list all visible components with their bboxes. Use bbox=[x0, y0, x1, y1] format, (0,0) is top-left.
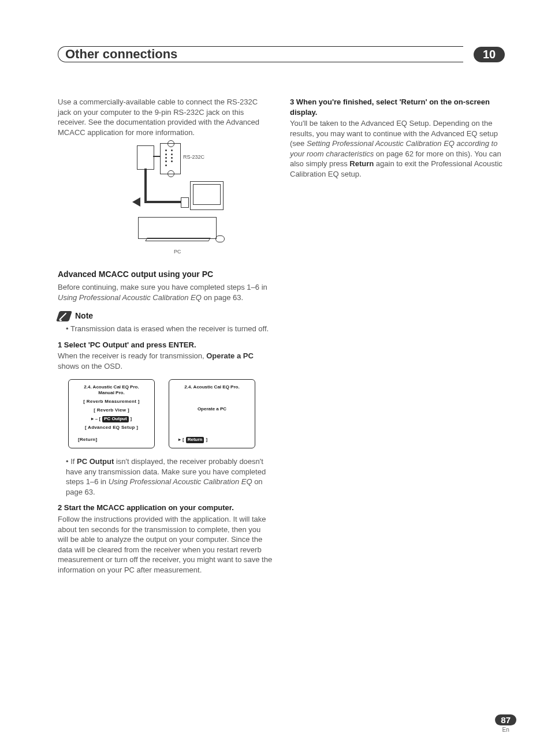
pc-output-note-list: If PC Output isn't displayed, the receiv… bbox=[58, 456, 273, 497]
cable-link-icon bbox=[153, 156, 160, 157]
text: ] bbox=[206, 437, 207, 443]
osd-right: 2.4. Acoustic Cal EQ Pro. Operate a PC ▸… bbox=[169, 379, 255, 448]
left-column: Use a commercially-available cable to co… bbox=[58, 97, 273, 578]
note-bullet: Transmission data is erased when the rec… bbox=[66, 324, 273, 334]
osd-selected-row: ▸ – [ PC Output ] bbox=[91, 416, 132, 422]
text: shows on the OSD. bbox=[58, 362, 122, 370]
pc-keyboard-icon bbox=[145, 238, 210, 241]
step-3-heading: 3 When you're finished, select 'Return' … bbox=[290, 97, 505, 117]
text-italic: Using Professional Acoustic Calibration … bbox=[58, 293, 202, 302]
pc-output-bullet: If PC Output isn't displayed, the receiv… bbox=[66, 456, 273, 497]
step-2-heading: 2 Start the MCACC application on your co… bbox=[58, 503, 273, 513]
pc-monitor-icon bbox=[190, 181, 224, 210]
pc-label: PC bbox=[174, 248, 181, 255]
text-bold: PC Output bbox=[77, 457, 114, 466]
page-language: En bbox=[495, 727, 516, 733]
step-1-body: When the receiver is ready for transmiss… bbox=[58, 351, 273, 371]
note-list: Transmission data is erased when the rec… bbox=[58, 324, 273, 334]
pointer-icon: ▸ bbox=[91, 416, 94, 422]
osd-title: 2.4. Acoustic Cal EQ Pro. bbox=[184, 384, 239, 390]
step-2-body: Follow the instructions provided with th… bbox=[58, 514, 273, 575]
port-pins-icon bbox=[165, 149, 176, 167]
note-block: Note bbox=[58, 310, 273, 321]
text: on page 63. bbox=[202, 293, 243, 302]
text: ] bbox=[131, 416, 132, 422]
step-3-body: You'll be taken to the Advanced EQ Setup… bbox=[290, 118, 505, 179]
chapter-number-badge: 10 bbox=[474, 47, 505, 62]
cable-connector-icon bbox=[137, 145, 154, 170]
rs232c-diagram: RS-232C PC bbox=[105, 143, 226, 259]
note-label: Note bbox=[75, 310, 93, 321]
text-bold: Return bbox=[349, 159, 374, 168]
text: 2.4. Acoustic Cal EQ Pro. bbox=[84, 384, 139, 390]
osd-left: 2.4. Acoustic Cal EQ Pro. Manual Pro. [ … bbox=[68, 379, 155, 448]
cable-vertical-icon bbox=[144, 169, 147, 201]
port-screw-icon bbox=[167, 140, 174, 147]
osd-selected: PC Output bbox=[102, 416, 129, 422]
step-1-heading: 1 Select 'PC Output' and press ENTER. bbox=[58, 340, 273, 350]
page-footer: 87 En bbox=[495, 714, 516, 733]
cable-horizontal-icon bbox=[144, 201, 181, 203]
advanced-intro: Before continuing, make sure you have co… bbox=[58, 282, 273, 302]
right-column: 3 When you're finished, select 'Return' … bbox=[290, 97, 505, 578]
intro-paragraph: Use a commercially-available cable to co… bbox=[58, 97, 273, 137]
arrow-left-icon bbox=[132, 197, 140, 207]
osd-return: [Return] bbox=[78, 437, 98, 443]
osd-return-row: ▸ [ Return] bbox=[178, 437, 207, 443]
pc-mouse-icon bbox=[215, 235, 225, 242]
osd-item: [ Advanced EQ Setup ] bbox=[85, 425, 138, 431]
header-row: Other connections 10 bbox=[58, 46, 505, 62]
port-screw-icon bbox=[167, 170, 174, 177]
text: If bbox=[70, 457, 77, 466]
osd-title: 2.4. Acoustic Cal EQ Pro. Manual Pro. bbox=[84, 384, 139, 395]
osd-item: [ Reverb Measurement ] bbox=[83, 399, 139, 405]
advanced-mcacc-heading: Advanced MCACC output using your PC bbox=[58, 269, 273, 280]
rs232c-port-icon bbox=[160, 143, 181, 174]
text: Before continuing, make sure you have co… bbox=[58, 283, 267, 291]
text: Manual Pro. bbox=[98, 390, 124, 395]
text-bold: Operate a PC bbox=[206, 351, 254, 360]
section-title: Other connections bbox=[65, 47, 184, 62]
note-icon bbox=[56, 311, 72, 321]
page: Other connections 10 Use a commercially-… bbox=[0, 0, 551, 756]
osd-screenshots: 2.4. Acoustic Cal EQ Pro. Manual Pro. [ … bbox=[68, 379, 273, 448]
osd-message: Operate a PC bbox=[198, 406, 226, 413]
header-capsule: Other connections bbox=[58, 46, 463, 62]
osd-selected: Return bbox=[186, 437, 204, 443]
pointer-icon: ▸ bbox=[178, 437, 181, 443]
text: When the receiver is ready for transmiss… bbox=[58, 351, 206, 360]
port-label: RS-232C bbox=[183, 154, 204, 160]
osd-item: [ Reverb View ] bbox=[94, 407, 129, 414]
page-number-badge: 87 bbox=[495, 714, 516, 725]
content-columns: Use a commercially-available cable to co… bbox=[58, 97, 505, 578]
text: [ bbox=[183, 437, 184, 443]
text-italic: Using Professional Acoustic Calibration … bbox=[109, 477, 252, 486]
cable-plug-icon bbox=[181, 197, 189, 208]
pc-base-icon bbox=[138, 217, 217, 239]
text: – [ bbox=[95, 416, 100, 422]
